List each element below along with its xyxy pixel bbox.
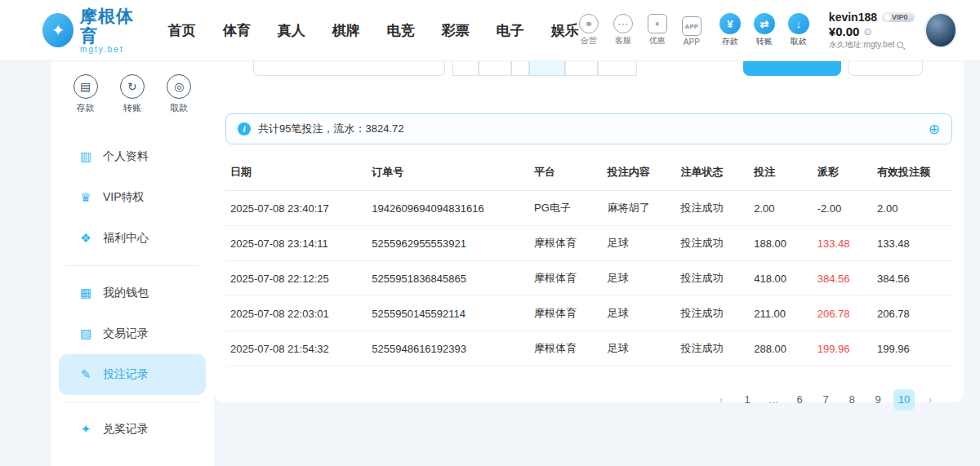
- nav-entertainment[interactable]: 娱乐: [551, 21, 579, 40]
- withdraw-button[interactable]: ↓ 取款: [788, 13, 809, 47]
- profile-icon: ▥: [78, 149, 93, 164]
- page-7[interactable]: 7: [815, 389, 836, 411]
- refresh-balance-icon[interactable]: ⊙: [863, 26, 871, 38]
- promo-icon: ¥: [648, 14, 667, 33]
- deposit-icon: ▤: [74, 74, 98, 99]
- customer-service-button[interactable]: ⋯ 客服: [613, 14, 633, 47]
- crown-icon: ♛: [78, 190, 93, 205]
- sidebar-quick-actions: ▤ 存款 ↻ 转账 ◎ 取款: [51, 74, 214, 123]
- next-page-button[interactable]: ›: [920, 389, 941, 411]
- redeem-icon: ✦: [78, 422, 93, 437]
- filter-option[interactable]: [565, 61, 598, 76]
- table-row: 2025-07-08 22:12:25 5255951836845865 摩根体…: [225, 261, 952, 296]
- bet-records-card: i 共计95笔投注，流水：3824.72 ⊕ 日期 订单号 平台 投注内容 注单…: [214, 61, 964, 402]
- filter-option[interactable]: [511, 61, 529, 76]
- transactions-icon: ▧: [78, 326, 93, 341]
- prev-page-button[interactable]: ‹: [710, 389, 732, 411]
- expand-plus-icon[interactable]: ⊕: [929, 121, 940, 138]
- col-platform: 平台: [529, 154, 603, 191]
- sidebar-divider: [65, 402, 199, 402]
- filter-option[interactable]: [598, 61, 637, 76]
- sidebar-deposit-button[interactable]: ▤ 存款: [74, 74, 98, 123]
- partner-icon: ⚭: [579, 14, 599, 33]
- avatar[interactable]: [924, 12, 957, 48]
- page-1[interactable]: 1: [737, 389, 758, 411]
- logo-title: 摩根体育: [80, 7, 145, 44]
- user-info: kevin188 VIP0 ¥0.00 ⊙ 永久地址:mgty.bet: [829, 11, 915, 51]
- header-quick-icons: ⚭ 合营 ⋯ 客服 ¥ 优惠 APP APP: [579, 14, 702, 47]
- sidebar-divider: [65, 265, 199, 266]
- sidebar-item-profile[interactable]: ▥ 个人资料: [59, 136, 206, 177]
- sidebar-transfer-button[interactable]: ↻ 转账: [120, 74, 145, 123]
- withdraw-icon: ◎: [167, 74, 191, 99]
- deposit-icon: ¥: [719, 13, 741, 34]
- nav-sports[interactable]: 体育: [223, 21, 251, 40]
- pagination: ‹ 1 … 6 7 8 9 10 ›: [214, 389, 941, 411]
- promo-button[interactable]: ¥ 优惠: [648, 14, 667, 47]
- app-download-button[interactable]: APP APP: [682, 16, 702, 47]
- header-money-icons: ¥ 存款 ⇄ 转账 ↓ 取款: [719, 13, 809, 47]
- page-6[interactable]: 6: [789, 389, 810, 411]
- date-range-input[interactable]: [253, 61, 445, 76]
- header: ✦ 摩根体育 mgty.bet 首页 体育 真人 棋牌 电竞 彩票 电子 娱乐 …: [0, 0, 980, 61]
- filter-option-selected[interactable]: [529, 61, 565, 76]
- main-nav: 首页 体育 真人 棋牌 电竞 彩票 电子 娱乐: [168, 21, 579, 40]
- nav-live[interactable]: 真人: [278, 21, 305, 40]
- withdraw-icon: ↓: [788, 13, 809, 34]
- benefit-icon: ❖: [78, 231, 93, 246]
- logo[interactable]: ✦ 摩根体育 mgty.bet: [42, 7, 145, 53]
- filter-option[interactable]: [452, 61, 479, 76]
- nav-esports[interactable]: 电竞: [387, 21, 415, 40]
- transfer-button[interactable]: ⇄ 转账: [754, 13, 775, 47]
- partner-button[interactable]: ⚭ 合营: [579, 14, 599, 47]
- table-row: 2025-07-08 23:40:17 1942609694094831616 …: [225, 191, 952, 226]
- col-bet: 投注: [749, 154, 812, 191]
- reset-button[interactable]: [848, 61, 923, 76]
- summary-bar: i 共计95笔投注，流水：3824.72 ⊕: [225, 113, 952, 144]
- summary-text: 共计95笔投注，流水：3824.72: [258, 122, 403, 136]
- search-button[interactable]: [743, 61, 841, 76]
- page-10-active[interactable]: 10: [893, 389, 915, 411]
- sidebar-item-vip[interactable]: ♛ VIP特权: [59, 177, 206, 218]
- main-content: i 共计95笔投注，流水：3824.72 ⊕ 日期 订单号 平台 投注内容 注单…: [214, 61, 980, 466]
- sidebar: ▤ 存款 ↻ 转账 ◎ 取款 ▥ 个人资料 ♛ VIP特权 ❖ 福利中心: [51, 61, 214, 466]
- customer-service-icon: ⋯: [613, 14, 633, 33]
- logo-icon: ✦: [42, 13, 74, 47]
- username[interactable]: kevin188: [829, 11, 877, 24]
- col-status: 注单状态: [676, 154, 750, 191]
- page-9[interactable]: 9: [867, 389, 889, 411]
- vip-badge: VIP0: [882, 12, 915, 23]
- filter-row-cutoff: [214, 61, 964, 76]
- info-icon: i: [238, 122, 251, 135]
- sidebar-item-wallet[interactable]: ▦ 我的钱包: [59, 273, 206, 313]
- search-icon[interactable]: [897, 42, 903, 48]
- page-8[interactable]: 8: [841, 389, 862, 411]
- balance: ¥0.00: [829, 24, 860, 39]
- wallet-icon: ▦: [78, 286, 93, 300]
- table-row: 2025-07-08 22:03:01 5255950145592114 摩根体…: [225, 296, 952, 331]
- sidebar-item-redeem-records[interactable]: ✦ 兑奖记录: [59, 409, 206, 450]
- col-order: 订单号: [367, 154, 529, 191]
- sidebar-withdraw-button[interactable]: ◎ 取款: [167, 74, 191, 123]
- col-payout: 派彩: [813, 154, 872, 191]
- nav-slots[interactable]: 电子: [497, 21, 524, 40]
- nav-home[interactable]: 首页: [168, 21, 196, 40]
- sidebar-item-benefits[interactable]: ❖ 福利中心: [59, 218, 206, 259]
- nav-cards[interactable]: 棋牌: [332, 21, 360, 40]
- table-header-row: 日期 订单号 平台 投注内容 注单状态 投注 派彩 有效投注额: [225, 154, 952, 191]
- page-ellipsis: …: [763, 389, 784, 411]
- col-date: 日期: [225, 154, 367, 191]
- filter-option[interactable]: [479, 61, 511, 76]
- table-row: 2025-07-08 23:14:11 5255962955553921 摩根体…: [225, 226, 952, 261]
- col-valid: 有效投注额: [872, 154, 952, 191]
- table-row: 2025-07-08 21:54:32 5255948616192393 摩根体…: [225, 331, 952, 366]
- sidebar-item-bet-records[interactable]: ✎ 投注记录: [59, 354, 206, 395]
- deposit-button[interactable]: ¥ 存款: [719, 13, 741, 47]
- bet-records-table: 日期 订单号 平台 投注内容 注单状态 投注 派彩 有效投注额 2025-07-…: [225, 154, 952, 366]
- nav-lottery[interactable]: 彩票: [442, 21, 470, 40]
- sidebar-item-transactions[interactable]: ▧ 交易记录: [59, 313, 206, 354]
- col-content: 投注内容: [603, 154, 676, 191]
- logo-subtitle: mgty.bet: [80, 45, 145, 54]
- transfer-icon: ⇄: [754, 13, 775, 34]
- bet-records-icon: ✎: [78, 367, 93, 382]
